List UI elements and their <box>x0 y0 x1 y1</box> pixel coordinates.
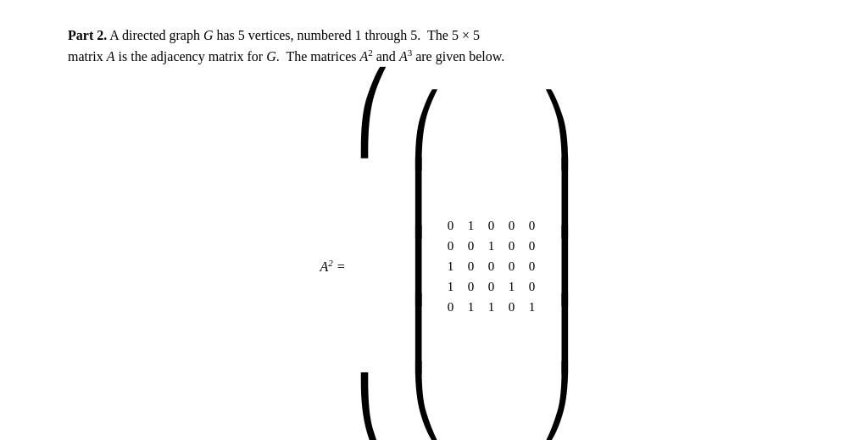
left-paren-a2: ⎛⎜⎜⎜⎝ <box>409 97 443 436</box>
part-label: Part 2. <box>68 28 107 42</box>
matrix-a2-row: A2 = ⎛⎝ ⎛⎜⎜⎜⎝ 01000 00100 10000 10010 01… <box>295 75 574 440</box>
part-desc-2: matrix A is the adjacency matrix for G. … <box>68 49 504 64</box>
part-desc-1: A directed graph G has 5 vertices, numbe… <box>109 28 480 42</box>
matrices-section: A2 = ⎛⎝ ⎛⎜⎜⎜⎝ 01000 00100 10000 10010 01… <box>68 75 800 440</box>
bracket-left-a2: ⎛⎝ <box>354 75 392 440</box>
matrix-a2-label: A2 = <box>295 258 346 275</box>
part-title: Part 2. A directed graph G has 5 vertice… <box>68 25 800 67</box>
matrix-a2-content: 01000 00100 10000 10010 01101 <box>443 216 540 316</box>
matrix-a2-container: ⎛⎜⎜⎜⎝ 01000 00100 10000 10010 01101 ⎞⎟⎟⎟… <box>409 97 574 436</box>
page: Part 2. A directed graph G has 5 vertice… <box>0 0 868 440</box>
right-paren-a2: ⎞⎟⎟⎟⎠ <box>540 97 574 436</box>
